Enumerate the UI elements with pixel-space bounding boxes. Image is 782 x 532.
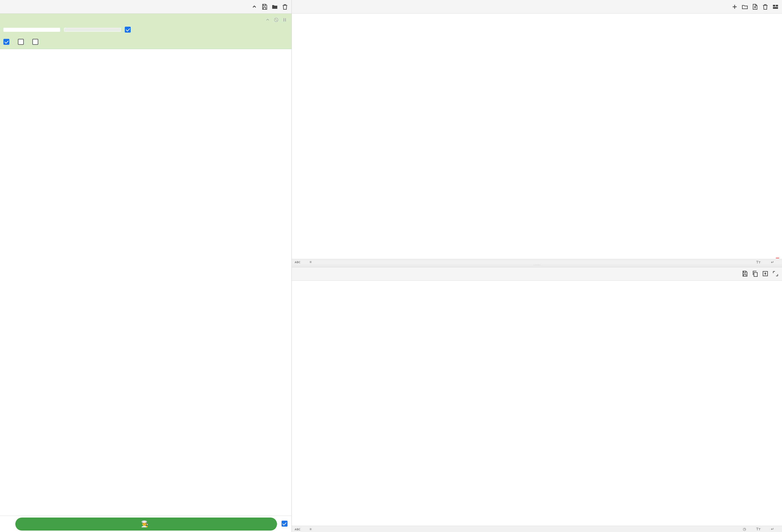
copy-output-icon[interactable] <box>751 270 759 277</box>
maximize-output-icon[interactable] <box>772 270 779 277</box>
show-subtraction-checkbox[interactable] <box>18 39 26 45</box>
svg-rect-2 <box>285 18 286 22</box>
operation-diff[interactable] <box>0 13 291 49</box>
recipe-panel: 👨‍🍳 <box>0 0 292 532</box>
save-recipe-icon[interactable] <box>261 3 268 10</box>
show-added-checkbox[interactable] <box>125 27 133 33</box>
recipe-header <box>0 0 291 13</box>
diff-by-field[interactable] <box>64 28 121 32</box>
chef-icon: 👨‍🍳 <box>141 520 149 528</box>
svg-rect-6 <box>754 273 757 277</box>
folder-icon[interactable] <box>271 3 278 10</box>
chars-icon: ᴀʙᴄ <box>295 260 300 264</box>
open-folder-icon[interactable] <box>741 3 749 10</box>
show-removed-checkbox[interactable] <box>3 39 12 45</box>
auto-bake-toggle[interactable] <box>282 521 287 527</box>
svg-rect-1 <box>284 18 284 22</box>
svg-rect-3 <box>773 5 775 6</box>
sample-delimiter-field[interactable] <box>3 28 60 32</box>
op-pause-icon[interactable] <box>281 16 288 23</box>
bake-button[interactable]: 👨‍🍳 <box>15 518 277 531</box>
svg-rect-5 <box>773 7 778 9</box>
add-input-tab-icon[interactable] <box>731 3 738 10</box>
io-splitter[interactable] <box>292 265 782 267</box>
trash-input-icon[interactable] <box>761 3 769 10</box>
op-disable-icon[interactable] <box>273 16 280 23</box>
input-header <box>292 0 782 13</box>
clock-icon: ◷ <box>743 527 746 531</box>
svg-rect-4 <box>776 5 778 6</box>
output-status-bar: ᴀʙᴄ ≡ ◷ Tᴛ ↵ <box>292 526 782 532</box>
input-section: ᴀʙᴄ ≡ Tᴛ ↵ <box>292 0 782 265</box>
op-collapse-icon[interactable] <box>264 16 271 23</box>
input-error-badge[interactable] <box>776 258 779 258</box>
lines-icon: ≡ <box>310 527 312 531</box>
trash-recipe-icon[interactable] <box>281 3 289 10</box>
return-icon: ↵ <box>771 260 774 264</box>
bake-bar: 👨‍🍳 <box>0 516 291 532</box>
layout-icon[interactable] <box>772 3 779 10</box>
open-file-icon[interactable] <box>751 3 759 10</box>
case-icon[interactable]: Tᴛ <box>756 527 761 531</box>
case-icon[interactable]: Tᴛ <box>756 260 761 264</box>
save-output-icon[interactable] <box>741 270 749 277</box>
return-icon: ↵ <box>771 527 774 531</box>
output-viewer[interactable] <box>292 281 782 526</box>
move-to-input-icon[interactable] <box>761 270 769 277</box>
lines-icon: ≡ <box>310 260 312 264</box>
chars-icon: ᴀʙᴄ <box>295 527 300 531</box>
output-header <box>292 267 782 281</box>
output-section: ᴀʙᴄ ≡ ◷ Tᴛ ↵ <box>292 267 782 532</box>
io-panel: ᴀʙᴄ ≡ Tᴛ ↵ ᴀʙᴄ ≡ ◷ <box>292 0 782 532</box>
recipe-drop-area[interactable] <box>0 49 291 516</box>
collapse-recipe-icon[interactable] <box>251 3 258 10</box>
ignore-whitespace-checkbox[interactable] <box>32 39 40 45</box>
input-editor[interactable] <box>292 13 782 259</box>
step-button[interactable] <box>4 522 11 526</box>
